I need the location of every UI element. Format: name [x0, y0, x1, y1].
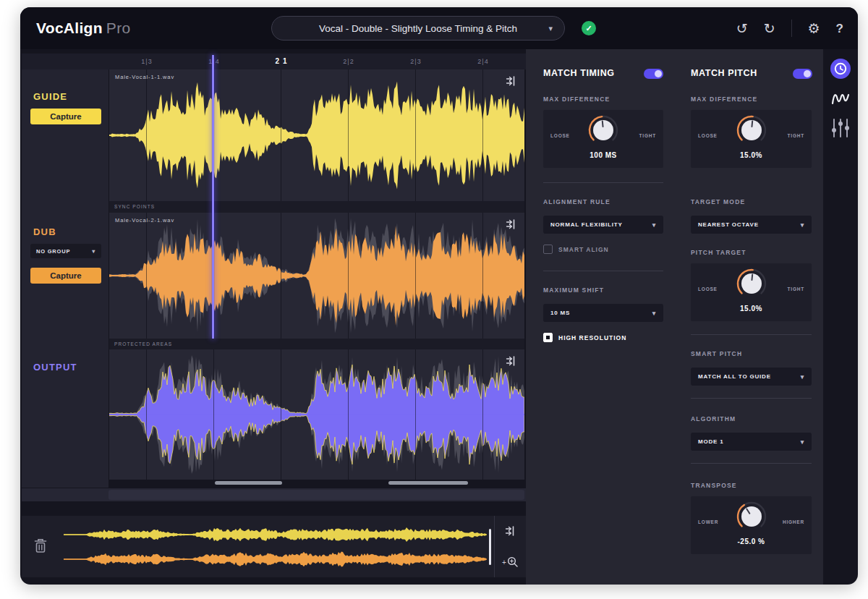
dub-file-name: Male-Vocal-2-1.wav [115, 217, 174, 224]
transpose-card: LOWER HIGHER -25.0 % [691, 496, 812, 554]
zoom-plus-label: + [502, 558, 506, 566]
bar-gridline [482, 349, 483, 480]
trash-icon[interactable] [33, 538, 48, 553]
timeline-tick: 2 1 [276, 54, 288, 69]
chevron-down-icon: ▾ [548, 24, 553, 33]
match-pitch-title: MATCH PITCH [691, 68, 757, 78]
chevron-down-icon: ▾ [92, 248, 95, 255]
match-timing-title: MATCH TIMING [543, 68, 615, 78]
bar-gridline [146, 213, 147, 339]
match-pitch-toggle[interactable] [793, 69, 812, 79]
history-clock-icon[interactable] [830, 58, 851, 80]
smart-pitch-label: SMART PITCH [691, 350, 742, 357]
sync-anchor-tool-icon[interactable] [506, 218, 517, 230]
app-name: VocAlign [36, 20, 103, 36]
dub-group-value: NO GROUP [36, 248, 70, 255]
output-track-label: OUTPUT [33, 362, 77, 373]
output-track-lane[interactable] [109, 349, 524, 480]
track-sidebar: GUIDE Capture DUB NO GROUP ▾ Capture OUT… [22, 69, 109, 488]
timeline-tick: 1|4 [208, 54, 219, 69]
timing-max-difference-card: LOOSE TIGHT 100 MS [543, 110, 663, 168]
guide-track-lane[interactable]: Male-Vocal-1-1.wav [109, 69, 524, 201]
timing-max-difference-label: MAX DIFFERENCE [543, 95, 610, 103]
smart-align-checkbox[interactable]: SMART ALIGN [543, 245, 609, 254]
guide-file-name: Male-Vocal-1-1.wav [115, 74, 174, 80]
algorithm-value: MODE 1 [698, 438, 723, 445]
alignment-rule-label: ALIGNMENT RULE [543, 198, 610, 205]
target-mode-label: TARGET MODE [691, 198, 745, 205]
bar-gridline [213, 349, 214, 480]
view-range-handle[interactable] [489, 529, 491, 565]
guide-capture-button[interactable]: Capture [30, 109, 101, 124]
bar-gridline [415, 349, 416, 480]
magnifier-zoom-icon [507, 556, 519, 568]
help-button[interactable]: ? [836, 22, 843, 35]
pitch-target-knob[interactable] [728, 266, 775, 304]
region-marker[interactable] [215, 481, 282, 485]
transpose-value: -25.0 % [691, 538, 812, 545]
control-panel: MATCH TIMING MAX DIFFERENCE LOOSE TIGHT … [526, 49, 823, 585]
dub-group-dropdown[interactable]: NO GROUP ▾ [30, 244, 101, 258]
bar-gridline [281, 69, 281, 201]
divider [543, 271, 663, 271]
pitch-target-value: 15.0% [691, 305, 812, 313]
bar-gridline [415, 213, 416, 339]
bar-gridline [348, 69, 349, 201]
sync-points-label: SYNC POINTS [114, 204, 155, 209]
region-marker[interactable] [388, 481, 468, 485]
maximum-shift-label: MAXIMUM SHIFT [543, 286, 604, 294]
horizontal-scrollbar[interactable] [22, 488, 526, 501]
sync-anchor-tool-icon[interactable] [506, 75, 517, 87]
knob-tight-label: TIGHT [788, 133, 805, 138]
header-actions: ↺ ↻ ⚙ ? [736, 7, 843, 49]
settings-gear-button[interactable]: ⚙ [808, 22, 820, 35]
timeline-tick: 1|3 [141, 54, 152, 69]
bar-gridline [348, 213, 349, 339]
bar-gridline [415, 69, 416, 201]
app-logo: VocAlignPro [36, 20, 130, 37]
bar-gridline [348, 349, 349, 480]
sync-points-strip[interactable]: SYNC POINTS [109, 201, 524, 213]
protected-areas-strip[interactable]: PROTECTED AREAS [109, 339, 524, 349]
protected-areas-label: PROTECTED AREAS [114, 341, 172, 347]
knob-loose-label: LOOSE [550, 133, 570, 138]
high-resolution-checkbox[interactable]: HIGH RESOLUTION [543, 333, 626, 342]
sliders-settings-icon[interactable] [831, 117, 850, 139]
target-mode-dropdown[interactable]: NEAREST OCTAVE ▾ [691, 216, 812, 234]
playhead[interactable] [212, 55, 214, 339]
dub-capture-button[interactable]: Capture [30, 268, 101, 284]
maximum-shift-dropdown[interactable]: 10 MS ▾ [543, 304, 663, 322]
pitch-target-label: PITCH TARGET [691, 249, 746, 256]
output-waveform [109, 349, 524, 480]
undo-button[interactable]: ↺ [736, 22, 748, 35]
zoom-control[interactable]: + [502, 556, 519, 568]
redo-button[interactable]: ↻ [764, 22, 775, 35]
chevron-down-icon: ▾ [801, 221, 804, 229]
overview-panel: + [22, 516, 526, 577]
algorithm-dropdown[interactable]: MODE 1 ▾ [691, 433, 812, 451]
dub-track-lane[interactable]: Male-Vocal-2-1.wav [109, 213, 524, 339]
match-timing-toggle[interactable] [644, 69, 663, 79]
header-bar: VocAlignPro Vocal - Double - Slightly Lo… [20, 7, 858, 49]
transpose-label: TRANSPOSE [691, 482, 737, 489]
alignment-rule-dropdown[interactable]: NORMAL FLEXIBILITY ▾ [543, 216, 663, 234]
timeline-ruler[interactable]: 1|31|42 12|22|32|4 [110, 54, 526, 69]
timing-max-difference-knob[interactable] [580, 113, 626, 150]
bar-gridline [281, 213, 281, 339]
wave-signature-icon[interactable] [830, 88, 851, 109]
chevron-down-icon: ▾ [652, 310, 656, 317]
pitch-max-difference-knob[interactable] [728, 113, 775, 150]
sync-anchor-tool-icon[interactable] [506, 355, 517, 367]
overview-dub-waveform[interactable] [64, 548, 487, 571]
preset-dropdown[interactable]: Vocal - Double - Slightly Loose Timing &… [271, 16, 565, 41]
sync-anchor-tool-icon[interactable] [505, 525, 516, 537]
timeline-ruler-bar: 1|31|42 12|22|32|4 [22, 54, 526, 69]
bar-gridline [146, 69, 147, 201]
transpose-knob[interactable] [728, 499, 775, 537]
app-window: VocAlignPro Vocal - Double - Slightly Lo… [20, 7, 858, 585]
smart-pitch-value: MATCH ALL TO GUIDE [698, 373, 771, 380]
overview-guide-waveform[interactable] [64, 523, 487, 546]
scrollbar-thumb[interactable] [109, 490, 524, 500]
guide-track-label: GUIDE [33, 91, 67, 102]
smart-pitch-dropdown[interactable]: MATCH ALL TO GUIDE ▾ [691, 368, 812, 386]
